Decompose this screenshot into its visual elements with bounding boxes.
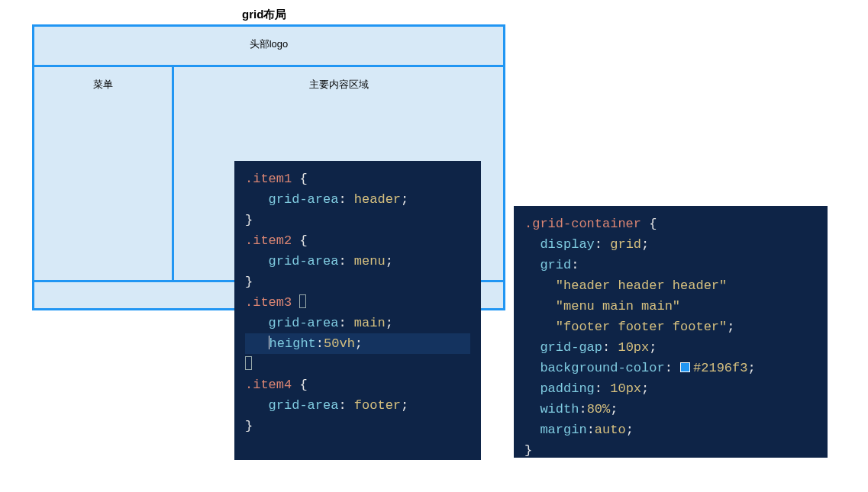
page-title: grid布局 xyxy=(242,8,286,22)
cursor-box-icon xyxy=(245,356,252,370)
demo-menu: 菜单 xyxy=(34,67,172,280)
code-block-items: .item1 { grid-area: header; } .item2 { g… xyxy=(234,161,481,460)
demo-header: 头部logo xyxy=(34,27,503,65)
color-swatch-icon xyxy=(680,362,690,372)
cursor-box-icon xyxy=(299,294,306,308)
code-block-container: .grid-container { display: grid; grid: "… xyxy=(514,206,828,458)
